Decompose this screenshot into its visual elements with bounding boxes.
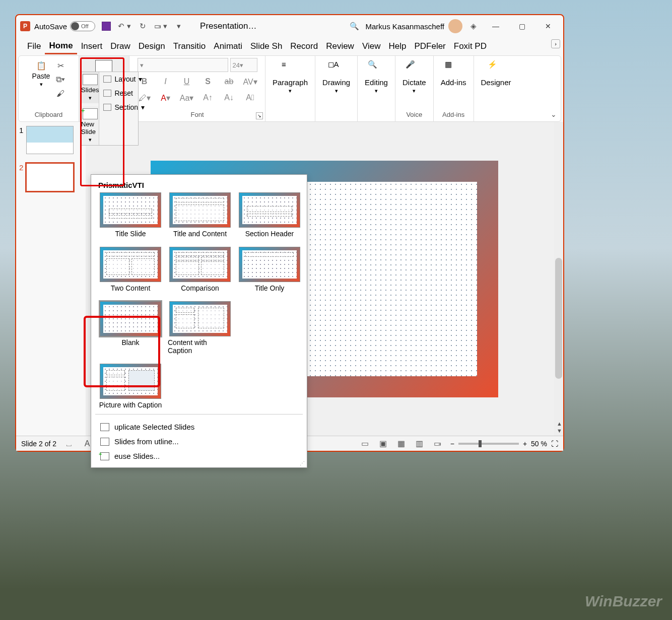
scrollbar-thumb[interactable] bbox=[555, 258, 562, 379]
tab-animations[interactable]: Animati bbox=[210, 39, 246, 53]
character-spacing-button[interactable]: AV▾ bbox=[243, 77, 257, 87]
zoom-slider[interactable] bbox=[458, 443, 519, 445]
tabs-overflow[interactable]: › bbox=[551, 39, 560, 48]
tab-home[interactable]: Home bbox=[45, 39, 77, 54]
tab-draw[interactable]: Draw bbox=[106, 39, 135, 53]
notes-button[interactable]: ▭ bbox=[360, 438, 371, 449]
gallery-resize-grip[interactable]: ⋰ bbox=[300, 460, 305, 465]
tab-transitions[interactable]: Transitio bbox=[169, 39, 210, 53]
tab-view[interactable]: View bbox=[358, 39, 385, 53]
layout-comparison[interactable]: Comparison bbox=[168, 247, 232, 292]
document-title[interactable]: Presentation… bbox=[200, 21, 256, 31]
slide-thumbnails: 1 2 bbox=[16, 122, 86, 436]
change-case-button[interactable]: Aa▾ bbox=[180, 93, 194, 103]
duplicate-icon bbox=[100, 423, 109, 431]
fit-to-window[interactable]: ⛶ bbox=[551, 440, 558, 448]
new-slide-button[interactable]: + New Slide ▾ bbox=[81, 106, 99, 145]
addins-button[interactable]: ▦ Add-ins bbox=[438, 58, 469, 89]
outline-icon bbox=[100, 438, 109, 446]
layout-picture-caption[interactable]: Picture with Caption bbox=[98, 364, 163, 409]
vertical-scrollbar[interactable]: ▲ ▼ bbox=[554, 122, 563, 436]
designer-button[interactable]: ⚡ Designer bbox=[478, 58, 514, 89]
layout-title-content[interactable]: Title and Content bbox=[168, 192, 232, 238]
tab-design[interactable]: Design bbox=[135, 39, 169, 53]
font-dialog-launcher[interactable]: ↘ bbox=[256, 112, 263, 119]
layout-section-header[interactable]: Section Header bbox=[237, 192, 302, 238]
maximize-button[interactable]: ▢ bbox=[511, 19, 533, 34]
italic-button[interactable]: I bbox=[164, 77, 166, 86]
qat-customize[interactable]: ▾ bbox=[172, 19, 186, 33]
tab-foxit[interactable]: Foxit PD bbox=[450, 39, 491, 53]
slideshow-view-button[interactable]: ▭̵ bbox=[432, 438, 443, 449]
tab-record[interactable]: Record bbox=[286, 39, 322, 53]
reset-button[interactable]: Reset bbox=[99, 86, 149, 100]
section-button[interactable]: Section ▾ bbox=[99, 100, 149, 114]
clear-formatting-button[interactable]: A⃠ bbox=[246, 93, 254, 102]
reading-view-button[interactable]: ▥ bbox=[414, 438, 425, 449]
layout-button[interactable]: Layout ▾ bbox=[99, 72, 149, 86]
editing-button[interactable]: 🔍 Editing▾ bbox=[362, 58, 391, 96]
prev-slide-nav[interactable]: ▲ bbox=[557, 421, 562, 427]
slide-counter[interactable]: Slide 2 of 2 bbox=[21, 440, 56, 448]
undo-button[interactable]: ↶ ▾ bbox=[117, 19, 131, 33]
group-voice: 🎤 Dictate▾ Voice bbox=[395, 56, 434, 121]
user-account[interactable]: Markus Kasanmascheff bbox=[366, 19, 462, 33]
premium-icon[interactable]: ◈ bbox=[466, 19, 481, 33]
cut-button[interactable]: ✂ bbox=[55, 60, 66, 71]
copy-button[interactable]: ⧉▾ bbox=[55, 74, 66, 85]
duplicate-slides-action[interactable]: uplicate Selected Slides bbox=[98, 420, 300, 434]
underline-button[interactable]: U bbox=[184, 77, 190, 86]
reuse-slides-action[interactable]: + euse Slides... bbox=[98, 449, 300, 463]
next-slide-nav[interactable]: ▼ bbox=[557, 428, 562, 434]
thumb-1[interactable]: 1 bbox=[19, 126, 83, 154]
toggle-knob bbox=[71, 22, 79, 30]
font-color-button[interactable]: A▾ bbox=[161, 93, 170, 103]
shadow-button[interactable]: S bbox=[205, 77, 211, 86]
thumb-2[interactable]: 2 bbox=[19, 163, 83, 191]
tab-file[interactable]: File bbox=[23, 39, 45, 53]
group-clipboard: 📋 Paste ▾ ✂ ⧉▾ 🖌 Clipboard bbox=[19, 56, 79, 121]
normal-view-button[interactable]: ▣ bbox=[378, 438, 389, 449]
autosave-toggle[interactable]: Off bbox=[70, 21, 95, 31]
paragraph-button[interactable]: ≡ Paragraph▾ bbox=[270, 58, 311, 96]
zoom-in[interactable]: + bbox=[523, 440, 527, 448]
slideshow-button[interactable]: ▭̵ ▾ bbox=[154, 19, 168, 33]
layout-content-caption[interactable]: Content with Caption bbox=[168, 301, 232, 355]
tab-insert[interactable]: Insert bbox=[77, 39, 107, 53]
redo-button[interactable]: ↻ bbox=[136, 19, 150, 33]
layout-title-slide[interactable]: Title Slide bbox=[98, 192, 163, 238]
strike-button[interactable]: ab bbox=[225, 77, 234, 86]
accessibility-icon[interactable]: ⎵ bbox=[63, 438, 75, 449]
tab-review[interactable]: Review bbox=[322, 39, 358, 53]
save-button[interactable] bbox=[99, 19, 113, 33]
shrink-font-button[interactable]: A↓ bbox=[224, 93, 234, 102]
dictate-button[interactable]: 🎤 Dictate▾ bbox=[399, 58, 429, 96]
autosave-control[interactable]: AutoSave Off bbox=[34, 21, 95, 31]
font-name-combo[interactable]: ▾ bbox=[138, 58, 228, 72]
tab-help[interactable]: Help bbox=[384, 39, 410, 53]
close-button[interactable]: ✕ bbox=[537, 19, 559, 34]
font-size-combo[interactable]: 24 ▾ bbox=[230, 58, 257, 72]
tab-pdfelement[interactable]: PDFeler bbox=[410, 39, 449, 53]
format-painter-button[interactable]: 🖌 bbox=[55, 88, 66, 99]
tab-slideshow[interactable]: Slide Sh bbox=[246, 39, 286, 53]
drawing-button[interactable]: ◻A Drawing▾ bbox=[319, 58, 353, 96]
layout-blank[interactable]: Blank bbox=[98, 301, 163, 355]
layout-two-content[interactable]: Two Content bbox=[98, 247, 163, 292]
zoom-value[interactable]: 50 % bbox=[531, 440, 547, 448]
zoom-out[interactable]: − bbox=[450, 440, 454, 448]
paste-button[interactable]: 📋 Paste ▾ bbox=[30, 58, 52, 101]
slides-split-top[interactable]: Slides ▾ bbox=[81, 72, 99, 103]
layout-title-only[interactable]: Title Only bbox=[237, 247, 302, 292]
search-button[interactable]: 🔍 bbox=[348, 19, 362, 33]
font-group-label: Font bbox=[190, 111, 204, 118]
watermark: WinBuzzer bbox=[585, 593, 662, 610]
clipboard-group-label: Clipboard bbox=[35, 111, 63, 118]
ribbon-collapse[interactable]: ⌄ bbox=[551, 110, 557, 118]
slides-dropdown: Slides ▾ + New Slide ▾ Layout ▾ Reset Se… bbox=[81, 72, 139, 146]
slides-from-outline-action[interactable]: Slides from utline... bbox=[98, 434, 300, 449]
minimize-button[interactable]: — bbox=[485, 19, 507, 34]
grow-font-button[interactable]: A↑ bbox=[203, 93, 213, 102]
sorter-view-button[interactable]: ▦ bbox=[396, 438, 407, 449]
voice-group-label: Voice bbox=[406, 111, 422, 118]
